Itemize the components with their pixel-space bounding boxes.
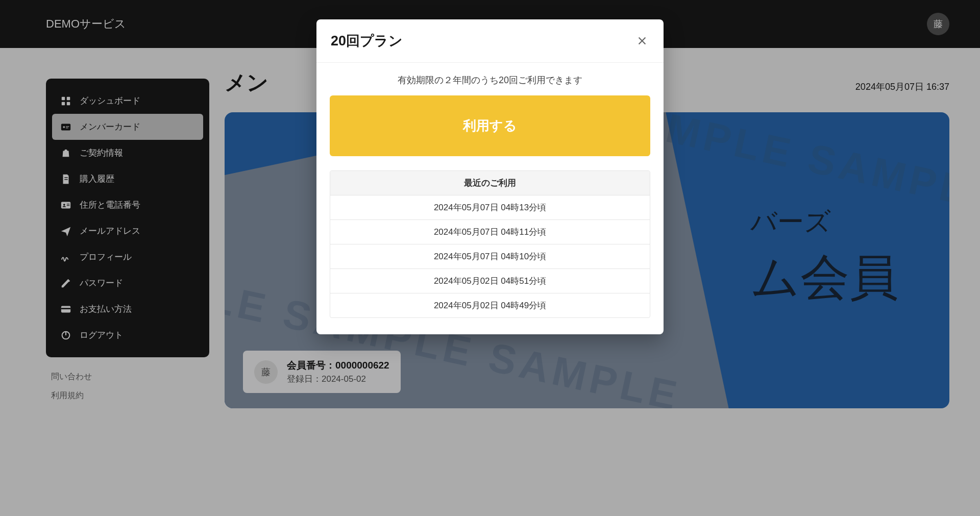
modal-description: 有効期限の２年間のうち20回ご利用できます	[330, 74, 650, 86]
usage-row: 2024年05月02日 04時51分頃	[330, 269, 650, 293]
usage-row: 2024年05月02日 04時49分頃	[330, 293, 650, 317]
plan-modal: 20回プラン 有効期限の２年間のうち20回ご利用できます 利用する 最近のご利用…	[316, 19, 664, 334]
use-button[interactable]: 利用する	[330, 95, 650, 156]
modal-overlay[interactable]: 20回プラン 有効期限の２年間のうち20回ご利用できます 利用する 最近のご利用…	[0, 0, 980, 516]
usage-row: 2024年05月07日 04時13分頃	[330, 195, 650, 220]
usage-row: 2024年05月07日 04時11分頃	[330, 220, 650, 244]
close-button[interactable]	[635, 34, 649, 48]
usage-header: 最近のご利用	[330, 171, 650, 195]
modal-title: 20回プラン	[331, 32, 403, 50]
usage-row: 2024年05月07日 04時10分頃	[330, 244, 650, 269]
close-icon	[636, 35, 648, 46]
usage-table: 最近のご利用 2024年05月07日 04時13分頃 2024年05月07日 0…	[330, 170, 650, 318]
